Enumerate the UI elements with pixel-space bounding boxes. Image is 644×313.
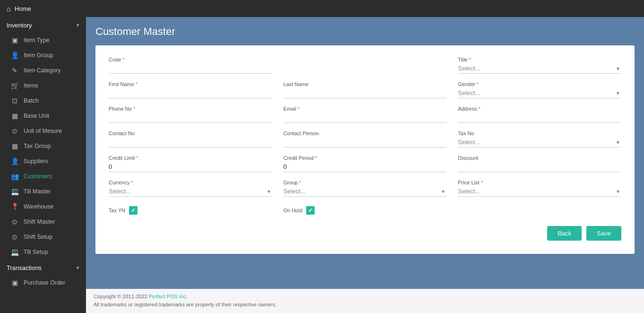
title-field: Title * Select... Mr Mrs Miss Dr xyxy=(458,57,621,74)
creditlimit-label: Credit Limit * xyxy=(109,155,272,161)
group-select-wrapper: Select... xyxy=(283,186,447,197)
warehouse-icon: 📍 xyxy=(10,203,19,210)
title-select[interactable]: Select... Mr Mrs Miss Dr xyxy=(458,63,621,73)
save-button[interactable]: Save xyxy=(586,226,621,241)
currency-field: Currency * Select... xyxy=(109,180,272,197)
taxyn-field: Tax YN xyxy=(109,206,272,215)
phoneno-field: Phone No * xyxy=(109,106,272,123)
home-label: Home xyxy=(15,5,31,12)
sidebar-item-purchase-order[interactable]: ▣ Purchase Order xyxy=(0,275,86,290)
code-input[interactable] xyxy=(109,63,272,74)
sidebar-item-customers[interactable]: 👥 Customers xyxy=(0,169,86,184)
purchase-order-icon: ▣ xyxy=(10,279,19,287)
sidebar-item-label: Batch xyxy=(24,97,39,104)
onhold-label: On Hold xyxy=(283,208,302,213)
footer-line2: All trademarks or registered trademarks … xyxy=(94,301,636,309)
form-actions: Back Save xyxy=(109,226,621,241)
gender-label: Gender * xyxy=(458,81,621,87)
sidebar-item-batch[interactable]: ⊡ Batch xyxy=(0,93,86,108)
firstname-input[interactable] xyxy=(109,88,272,98)
main-content: Customer Master Code * xyxy=(86,17,644,289)
contactperson-field: Contact Person xyxy=(283,130,447,148)
shift-master-icon: ⊙ xyxy=(10,218,19,226)
contactperson-input[interactable] xyxy=(283,137,447,148)
items-icon: 🛒 xyxy=(10,82,19,89)
sidebar-item-item-group[interactable]: 👤 Item Group xyxy=(0,48,86,63)
sidebar-item-item-category[interactable]: ✎ Item Category xyxy=(0,63,86,78)
sidebar-item-item-type[interactable]: ▣ Item Type xyxy=(0,33,86,48)
sidebar-item-base-unit[interactable]: ▦ Base Unit xyxy=(0,108,86,123)
item-group-icon: 👤 xyxy=(10,52,19,59)
pricelist-label: Price List * xyxy=(458,180,621,185)
sidebar-item-shift-setup[interactable]: ⊙ Shift Setup xyxy=(0,229,86,244)
contactperson-label: Contact Person xyxy=(283,130,447,136)
sidebar-item-label: Item Type xyxy=(24,37,50,43)
base-unit-icon: ▦ xyxy=(10,112,19,120)
taxyn-label: Tax YN xyxy=(109,208,125,213)
home-icon: ⌂ xyxy=(7,5,11,13)
taxyn-checkbox[interactable] xyxy=(129,206,137,215)
taxno-field: Tax No Select... xyxy=(458,130,621,148)
batch-icon: ⊡ xyxy=(10,97,19,104)
sidebar-item-items[interactable]: 🛒 Items xyxy=(0,78,86,93)
currency-select[interactable]: Select... xyxy=(109,186,272,196)
email-input[interactable] xyxy=(283,113,447,123)
form-card: Code * Title * xyxy=(95,45,635,254)
taxno-select[interactable]: Select... xyxy=(458,137,621,147)
sidebar-item-label: Unit of Mesure xyxy=(24,128,62,134)
title-label: Title * xyxy=(458,57,621,62)
group-select[interactable]: Select... xyxy=(283,186,447,196)
sidebar-item-shift-master[interactable]: ⊙ Shift Master xyxy=(0,214,86,229)
main: Customer Master Code * xyxy=(86,17,644,313)
unit-of-mesure-icon: ⊙ xyxy=(10,127,19,135)
lastname-input[interactable] xyxy=(283,88,447,98)
sidebar-item-label: Purchase Order xyxy=(24,279,65,286)
pricelist-select-wrapper: Select... xyxy=(458,186,621,197)
sidebar-item-till-master[interactable]: 💻 Till Master xyxy=(0,184,86,199)
back-button[interactable]: Back xyxy=(547,226,582,241)
item-category-icon: ✎ xyxy=(10,67,19,74)
address-input[interactable] xyxy=(458,113,621,123)
sidebar-item-label: Till Setup xyxy=(24,249,48,255)
creditperiod-label: Credit Period * xyxy=(283,155,447,161)
lastname-field: Last Name xyxy=(283,81,447,98)
pricelist-select[interactable]: Select... xyxy=(458,186,621,196)
email-label: Email * xyxy=(283,106,447,112)
email-field: Email * xyxy=(283,106,447,123)
sidebar-item-suppliers[interactable]: 👤 Suppliers xyxy=(0,154,86,169)
creditperiod-input[interactable] xyxy=(283,162,447,172)
taxno-label: Tax No xyxy=(458,130,621,136)
sidebar-item-label: Shift Setup xyxy=(24,234,52,240)
taxno-select-wrapper: Select... xyxy=(458,137,621,148)
discount-label: Discount xyxy=(458,155,621,161)
creditperiod-field: Credit Period * xyxy=(283,155,447,172)
sidebar-item-label: Warehouse xyxy=(24,203,53,210)
transactions-group-header[interactable]: Transactions ▾ xyxy=(0,260,86,275)
sidebar-item-warehouse[interactable]: 📍 Warehouse xyxy=(0,199,86,214)
inventory-chevron: ▾ xyxy=(77,22,79,28)
tax-group-icon: ▦ xyxy=(10,142,19,150)
phoneno-label: Phone No * xyxy=(109,106,272,112)
sidebar-item-label: Suppliers xyxy=(24,158,48,165)
contactno-input[interactable] xyxy=(109,137,272,148)
sidebar-item-unit-of-mesure[interactable]: ⊙ Unit of Mesure xyxy=(0,123,86,139)
gender-select[interactable]: Select... Male Female Other xyxy=(458,88,621,98)
transactions-group-label: Transactions xyxy=(7,264,42,271)
sidebar-item-label: Customers xyxy=(24,173,52,180)
topbar: ⌂ Home xyxy=(0,0,644,17)
group-label: Group * xyxy=(283,180,447,185)
footer-company-link[interactable]: Perfect POS Inc. xyxy=(149,294,188,299)
pricelist-field: Price List * Select... xyxy=(458,180,621,197)
inventory-group-header[interactable]: Inventory ▾ xyxy=(0,17,86,33)
sidebar-item-tax-group[interactable]: ▦ Tax Group xyxy=(0,139,86,154)
discount-input[interactable] xyxy=(458,162,621,172)
suppliers-icon: 👤 xyxy=(10,157,19,165)
phoneno-input[interactable] xyxy=(109,113,272,123)
gender-field: Gender * Select... Male Female Other xyxy=(458,81,621,98)
onhold-checkbox[interactable] xyxy=(306,206,315,215)
item-type-icon: ▣ xyxy=(10,36,19,44)
address-field: Address * xyxy=(458,106,621,123)
creditlimit-input[interactable] xyxy=(109,162,272,172)
transactions-chevron: ▾ xyxy=(77,265,79,271)
sidebar-item-till-setup[interactable]: 💻 Till Setup xyxy=(0,244,86,260)
